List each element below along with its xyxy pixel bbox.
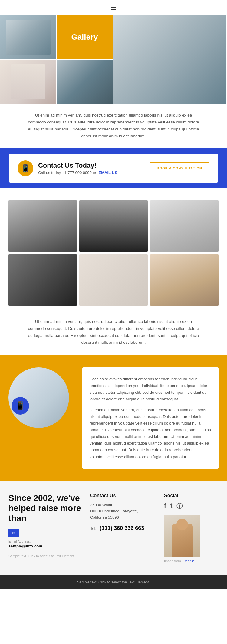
social-icons: f t ⓘ — [164, 502, 219, 510]
yellow-para-2: Ut enim ad minim veniam, quis nostrud ex… — [90, 407, 211, 460]
contact-tel: Tel: (111) 360 336 663 — [90, 525, 155, 531]
instagram-icon[interactable]: ⓘ — [176, 502, 183, 510]
email-us-link[interactable]: EMAIL US — [99, 170, 117, 175]
yellow-para-1: Each color evokes different emotions for… — [90, 376, 211, 402]
gallery-cell-shelf — [0, 60, 56, 104]
contact-text: Contact Us Today! Call us today +1 777 0… — [38, 162, 117, 175]
footer-sample-text[interactable]: Sample text. Click to select the Text El… — [8, 554, 81, 558]
text-para-1: Ut enim ad minim veniam, quis nostrud ex… — [27, 112, 200, 140]
text-block-1: Ut enim ad minim veniam, quis nostrud ex… — [0, 104, 227, 148]
text-block-2: Ut enim ad minim veniam, quis nostrud ex… — [0, 312, 227, 355]
bottom-bar: Sample text. Click to select the Text El… — [0, 575, 227, 589]
contact-address: 25000 Walnut, Hill Ln undefined Lafayett… — [90, 502, 155, 521]
social-title: Social — [164, 493, 219, 498]
gallery-grid: Gallery — [0, 15, 227, 104]
arch-cell-6 — [150, 254, 219, 306]
email-label: Email Address: — [8, 540, 81, 543]
phone-icon-circle: 📱 — [18, 160, 33, 176]
image-from-text: Image from Freepik — [164, 559, 219, 563]
gallery-cell-overlay: Gallery — [57, 15, 113, 59]
tel-number: (111) 360 336 663 — [100, 525, 144, 531]
email-value: sample@info.com — [8, 544, 42, 548]
arch-cell-4 — [8, 254, 77, 306]
gallery-title: Gallery — [71, 32, 98, 42]
arch-cell-3 — [150, 200, 219, 252]
footer-info: Since 2002, we've helped raise more than… — [0, 481, 227, 575]
text-para-2: Ut enim ad minim veniam, quis nostrud ex… — [27, 318, 200, 346]
yellow-phone-circle: 📱 — [12, 397, 29, 415]
arch-cell-5 — [79, 254, 148, 306]
yellow-left: 📱 — [8, 367, 75, 433]
contact-left: 📱 Contact Us Today! Call us today +1 777… — [18, 160, 117, 176]
footer-heading: Since 2002, we've helped raise more than — [8, 493, 81, 524]
twitter-icon[interactable]: t — [170, 502, 173, 510]
footer-col-2: Contact Us 25000 Walnut, Hill Ln undefin… — [90, 493, 155, 563]
gallery-section: Gallery — [0, 15, 227, 104]
email-icon-box: ✉ — [8, 529, 19, 537]
hamburger-icon[interactable]: ☰ — [110, 4, 117, 12]
yellow-section: 📱 Each color evokes different emotions f… — [0, 355, 227, 481]
contact-banner: 📱 Contact Us Today! Call us today +1 777… — [0, 148, 227, 188]
contact-col-title: Contact Us — [90, 493, 155, 498]
person-image — [164, 515, 200, 557]
tel-label: Tel: — [90, 526, 96, 531]
footer-col-3: Social f t ⓘ Image from Freepik — [164, 493, 219, 563]
yellow-phone-icon: 📱 — [15, 401, 25, 410]
gallery-cell-ladies — [57, 60, 113, 104]
arch-gallery — [0, 188, 227, 312]
book-consultation-button[interactable]: BOOK A CONSULTATION — [150, 162, 209, 174]
freepik-link[interactable]: Freepik — [183, 559, 194, 563]
arch-cell-1 — [8, 200, 77, 252]
bottom-text[interactable]: Sample text. Click to select the Text El… — [77, 580, 150, 584]
header: ☰ — [0, 0, 227, 15]
footer-col-1: Since 2002, we've helped raise more than… — [8, 493, 81, 563]
arch-cell-2 — [79, 200, 148, 252]
contact-title: Contact Us Today! — [38, 162, 117, 169]
facebook-icon[interactable]: f — [164, 502, 166, 510]
contact-call-text: Call us today +1 777 000 0000 or EMAIL U… — [38, 170, 117, 175]
contact-inner: 📱 Contact Us Today! Call us today +1 777… — [9, 154, 218, 183]
arch-grid — [8, 200, 219, 306]
phone-icon: 📱 — [21, 164, 30, 172]
gallery-cell-building — [113, 15, 226, 104]
yellow-right: Each color evokes different emotions for… — [82, 367, 219, 469]
gallery-cell-meeting — [0, 15, 56, 59]
